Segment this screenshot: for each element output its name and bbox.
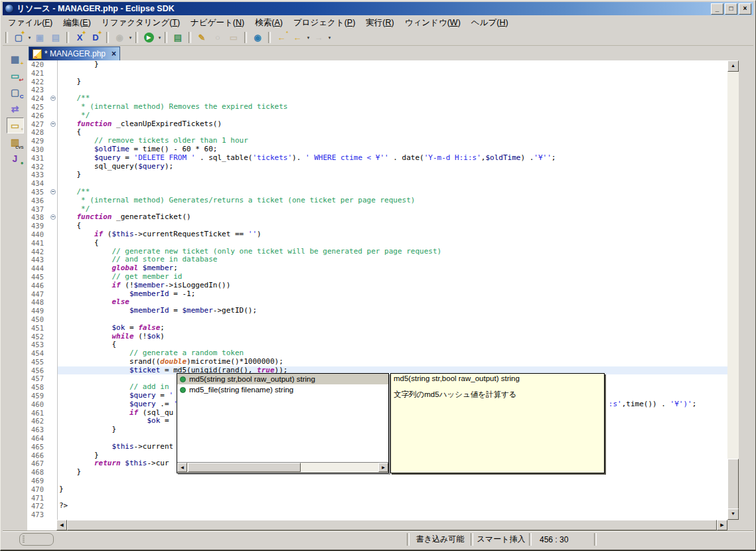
code-line[interactable] (58, 179, 727, 188)
code-row: 432 sql_query($query); (27, 163, 727, 171)
code-line[interactable]: function _cleanUpExpiredTickets() (58, 120, 727, 129)
last-edit-location-button[interactable]: ←* (274, 31, 289, 44)
cvs-repository-perspective-button[interactable]: ▥CVS (7, 134, 24, 150)
fold-column (50, 349, 58, 358)
dropdown-arrow-icon[interactable]: ▾ (27, 35, 32, 40)
open-perspective-button[interactable]: ▦+ (7, 51, 24, 67)
completion-scrollbar-thumb[interactable] (188, 463, 301, 472)
minimize-button[interactable]: _ (711, 3, 723, 15)
code-line[interactable] (58, 494, 727, 503)
web-browser-button[interactable]: ◉ (250, 31, 265, 44)
completion-item[interactable]: md5(string str,bool raw_output) string (177, 374, 388, 384)
line-number: 444 (27, 264, 50, 273)
code-line[interactable]: } (58, 78, 727, 86)
code-line[interactable]: while (!$ok) (58, 333, 727, 341)
code-line[interactable] (58, 86, 727, 94)
fold-column (50, 358, 58, 366)
save-button[interactable]: ▣ (33, 31, 47, 44)
code-line[interactable] (58, 511, 727, 519)
menu-item-help[interactable]: ヘルプ(H) (466, 16, 514, 30)
fold-column (50, 494, 58, 503)
maximize-button[interactable]: □ (725, 3, 737, 15)
back-button[interactable]: ← (290, 31, 305, 44)
code-line[interactable]: function _generateTicket() (58, 213, 727, 222)
dropdown-arrow-icon[interactable]: ▾ (327, 35, 332, 40)
tasks-view-button[interactable]: ▤ (171, 31, 185, 44)
menu-item-window[interactable]: ウィンドウ(W) (400, 16, 466, 30)
menu-item-project[interactable]: プロジェクト(P) (288, 16, 360, 30)
new-dtd-wizard-button[interactable]: D✦ (88, 31, 103, 44)
fold-toggle-icon[interactable] (50, 214, 56, 220)
fold-column (50, 341, 58, 349)
status-insert-mode: スマート挿入 (473, 534, 529, 545)
scroll-right-icon[interactable]: ▶ (717, 520, 727, 530)
code-row: 438 function _generateTicket() (27, 213, 727, 222)
horizontal-scrollbar-thumb[interactable] (67, 520, 717, 530)
fold-column (50, 400, 58, 409)
vertical-scrollbar-thumb[interactable] (727, 459, 739, 509)
fold-column (50, 468, 58, 477)
code-line[interactable]: } (58, 171, 727, 179)
fold-toggle-icon[interactable] (50, 189, 56, 195)
code-line[interactable]: sql_query($query); (58, 163, 727, 171)
dropdown-arrow-icon[interactable]: ▾ (306, 35, 311, 40)
menu-item-refactor[interactable]: リファクタリング(T) (96, 16, 185, 30)
code-row: 469 (27, 477, 727, 485)
dropdown-arrow-icon[interactable]: ▾ (157, 35, 162, 40)
line-number: 449 (27, 307, 50, 315)
new-wizard-button[interactable]: ▢✦ (11, 31, 26, 44)
code-line[interactable]: * (internal method) Generates/returns a … (58, 197, 727, 205)
run-button[interactable]: ▶ (141, 31, 156, 44)
code-row: 440 if ($this->currentRequestTicket == '… (27, 230, 727, 239)
menu-item-navigate[interactable]: ナビゲート(N) (185, 16, 250, 30)
code-line[interactable]: * (internal method) Removes the expired … (58, 103, 727, 112)
close-tab-icon[interactable]: × (112, 49, 116, 58)
resource-perspective-button[interactable]: ▭▫ (7, 118, 24, 133)
c-perspective-button[interactable]: ▢C (7, 84, 24, 100)
code-line[interactable]: ?> (58, 502, 727, 511)
new-xml-wizard-button[interactable]: X✦ (72, 31, 87, 44)
fold-toggle-icon[interactable] (50, 96, 56, 101)
close-button[interactable]: × (739, 3, 751, 15)
search-button[interactable]: ✎ (194, 31, 209, 44)
scroll-left-icon[interactable]: ◀ (56, 520, 67, 530)
code-line[interactable]: $memberId = -1; (58, 290, 727, 299)
scroll-right-icon[interactable]: ▶ (378, 463, 388, 472)
scroll-up-icon[interactable]: ▲ (727, 60, 739, 72)
code-line[interactable]: } (58, 60, 727, 69)
team-perspective-button[interactable]: ▭↩ (7, 68, 24, 84)
code-line[interactable]: $memberId = $member->getID(); (58, 307, 727, 315)
completion-scrollbar[interactable]: ◀ ▶ (177, 462, 388, 473)
vertical-scrollbar[interactable]: ▲ ▼ (727, 60, 739, 520)
code-row: 473 (27, 511, 727, 519)
menu-item-edit[interactable]: 編集(E) (58, 16, 96, 30)
java-perspective-button[interactable]: J● (7, 151, 24, 167)
fold-column (50, 171, 58, 179)
toolbar-separator (106, 32, 109, 43)
code-line[interactable]: } (58, 485, 727, 494)
synchronize-perspective-button[interactable]: ⇄ (7, 101, 24, 117)
code-line[interactable] (58, 69, 727, 78)
code-line[interactable]: if ($this->currentRequestTicket == '') (58, 230, 727, 239)
fold-column (50, 179, 58, 188)
scroll-down-icon[interactable]: ▼ (727, 509, 739, 520)
menu-item-search[interactable]: 検索(A) (250, 16, 288, 30)
menu-item-file[interactable]: ファイル(F) (3, 16, 58, 30)
completion-item[interactable]: md5_file(string filename) string (177, 384, 388, 395)
tab-manager-php[interactable]: * MANAGER.php × (29, 46, 120, 60)
dropdown-arrow-icon[interactable]: ▾ (128, 35, 133, 40)
fold-column (50, 383, 58, 392)
print-button[interactable]: ▤ (48, 31, 63, 44)
menu-item-run[interactable]: 実行(R) (360, 16, 399, 30)
code-line[interactable] (58, 477, 727, 485)
line-number: 451 (27, 324, 50, 333)
fold-toggle-icon[interactable] (50, 121, 56, 127)
team-perspective-icon: ▭ (11, 70, 19, 81)
horizontal-scrollbar[interactable]: ◀ ▶ (56, 520, 727, 530)
external-tools-icon: ◉ (115, 33, 123, 42)
status-bar: 書き込み可能 スマート挿入 456 : 30 (3, 530, 753, 548)
fold-column (50, 145, 58, 154)
resource-perspective-icon: ▭ (11, 120, 19, 131)
scroll-left-icon[interactable]: ◀ (177, 463, 187, 472)
open-resource-button: ▭ (226, 31, 241, 44)
